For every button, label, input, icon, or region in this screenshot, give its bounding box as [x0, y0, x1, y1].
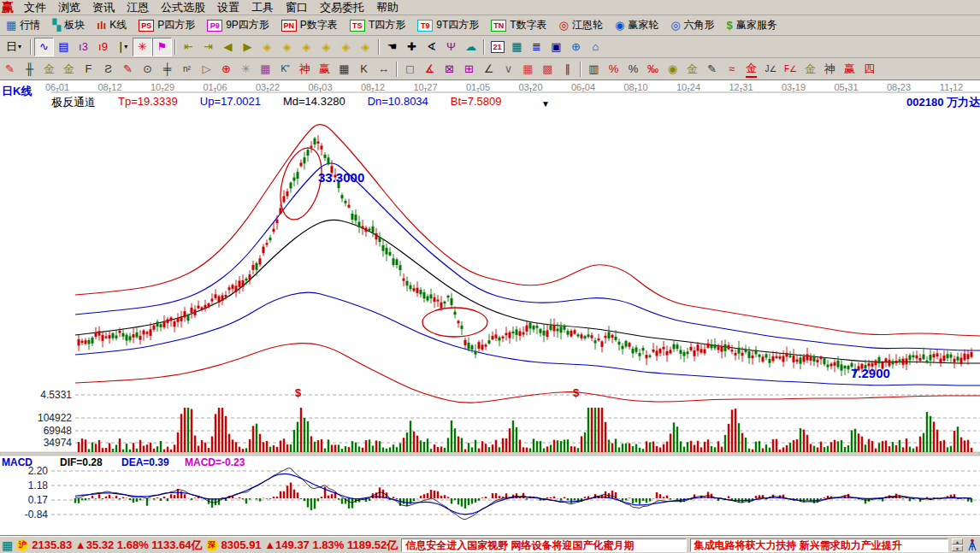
- circle-cross-tool[interactable]: ⊕: [216, 60, 236, 79]
- calendar-button[interactable]: 21: [487, 38, 507, 56]
- gold-lines-tool[interactable]: 金: [682, 60, 702, 79]
- prev-button[interactable]: ◀: [218, 38, 238, 56]
- menu-1[interactable]: 浏览: [52, 1, 86, 14]
- angle-measure-tool[interactable]: ∢: [422, 38, 441, 56]
- cloud-tool[interactable]: ☁: [461, 38, 481, 56]
- crosshair-tool[interactable]: ✚: [402, 38, 422, 56]
- percent-tool[interactable]: %: [623, 60, 643, 79]
- winner-wheel-button[interactable]: ◉赢家轮: [609, 18, 664, 32]
- ninep-square-button[interactable]: P99P四方形: [201, 18, 275, 32]
- box-handles-tool[interactable]: ◻: [400, 60, 420, 79]
- f-angle-tool[interactable]: F∠: [781, 60, 800, 79]
- angle-flag-tool[interactable]: ▷: [197, 60, 216, 79]
- go-first-button[interactable]: ⇤: [179, 38, 198, 56]
- si-angle-tool[interactable]: 四: [859, 60, 879, 79]
- menu-2[interactable]: 资讯: [86, 1, 121, 14]
- t-table-button[interactable]: TNT数字表: [485, 18, 552, 32]
- j-angle-tool[interactable]: J∠: [761, 60, 781, 79]
- zoom-h-button[interactable]: ◈: [297, 38, 316, 56]
- ticker-up-button[interactable]: ▲: [952, 538, 963, 544]
- zigzag-tool[interactable]: ∨: [499, 60, 518, 79]
- info-panel-button[interactable]: ▤: [54, 38, 74, 56]
- web-grid-tool[interactable]: ▦: [256, 60, 275, 79]
- calculator-button[interactable]: ▦: [507, 38, 527, 56]
- menu-9[interactable]: 帮助: [370, 1, 404, 14]
- wave-tool[interactable]: ≈: [722, 60, 741, 79]
- menu-3[interactable]: 江恩: [121, 1, 155, 14]
- shen-angle-tool[interactable]: 神: [820, 60, 840, 79]
- star-burst-tool[interactable]: ✳: [236, 60, 256, 79]
- quote-grid-icon[interactable]: ▦: [2, 538, 13, 552]
- period-day-dropdown[interactable]: 日▾: [0, 38, 27, 56]
- gann-wheel-button[interactable]: ◎江恩轮: [553, 18, 609, 32]
- gold-ruler2-tool[interactable]: 金: [59, 60, 79, 79]
- quotes-button[interactable]: ▦行情: [0, 18, 46, 32]
- blocks-button[interactable]: ▚板块: [46, 18, 91, 32]
- pen-bars-tool[interactable]: ✎: [702, 60, 722, 79]
- f-ruler-tool[interactable]: F: [79, 60, 98, 79]
- antenna-icon[interactable]: [966, 538, 978, 552]
- tick-ruler2-tool[interactable]: ╪: [157, 60, 177, 79]
- kline-button[interactable]: ılıK线: [91, 18, 133, 32]
- ying-tool[interactable]: 赢: [315, 60, 334, 79]
- gold-ruler1-tool[interactable]: 金: [39, 60, 59, 79]
- menu-7[interactable]: 窗口: [280, 1, 314, 14]
- pen-tool[interactable]: ✎: [0, 60, 20, 79]
- permille-tool[interactable]: ‰: [643, 60, 663, 79]
- notes-button[interactable]: ≣: [527, 38, 546, 56]
- shen-tool[interactable]: 神: [295, 60, 315, 79]
- menu-0[interactable]: 文件: [18, 1, 52, 14]
- grid-box-tool[interactable]: ▩: [538, 60, 558, 79]
- trend-channel-button[interactable]: ∿: [34, 38, 54, 56]
- menu-6[interactable]: 工具: [245, 1, 280, 14]
- bars9-button[interactable]: ı9: [93, 38, 113, 56]
- menu-8[interactable]: 交易委托: [314, 1, 370, 14]
- zoom-all-button[interactable]: ◈: [356, 38, 375, 56]
- go-last-button[interactable]: ⇥: [198, 38, 218, 56]
- gold-angle-tool[interactable]: 金: [800, 60, 820, 79]
- k-quote-tool[interactable]: K": [275, 60, 295, 79]
- k-mark-tool[interactable]: K: [354, 60, 374, 79]
- gold-circle-tool[interactable]: ◉: [663, 60, 682, 79]
- tick-ruler-tool[interactable]: ╫: [20, 60, 39, 79]
- grid123-tool[interactable]: ▦: [334, 60, 354, 79]
- gold-underline-tool[interactable]: 金: [741, 60, 761, 79]
- bars3-button[interactable]: ı3: [74, 38, 93, 56]
- gann-fan-tool[interactable]: ∡: [420, 60, 440, 79]
- order-button[interactable]: ⌂: [586, 38, 605, 56]
- next-button[interactable]: ▶: [238, 38, 257, 56]
- network-button[interactable]: ⊕: [566, 38, 586, 56]
- flag-marker-button[interactable]: ⚑: [152, 38, 172, 56]
- fan-box-tool[interactable]: ⊞: [459, 60, 479, 79]
- menu-5[interactable]: 设置: [211, 1, 245, 14]
- zoom-left-button[interactable]: ◈: [257, 38, 277, 56]
- ticker-down-button[interactable]: ▼: [952, 545, 963, 551]
- candle-style-dropdown[interactable]: ∣▾: [113, 38, 133, 56]
- gann-psi-tool[interactable]: Ψ: [441, 38, 461, 56]
- spiral-tool[interactable]: Ƨ: [98, 60, 118, 79]
- time-cycle-tool[interactable]: ⊙: [138, 60, 157, 79]
- zoom-right-button[interactable]: ◈: [277, 38, 297, 56]
- angle-lines-tool[interactable]: ∠: [479, 60, 499, 79]
- zoom-in-button[interactable]: ◈: [336, 38, 356, 56]
- zoom-out-button[interactable]: ◈: [316, 38, 336, 56]
- n2-ruler-tool[interactable]: n²: [177, 60, 197, 79]
- hand-tool[interactable]: ☚: [382, 38, 402, 56]
- p-square-button[interactable]: PSP四方形: [133, 18, 201, 32]
- chart-area[interactable]: 日K线 06-0108-1210-2901-0603-2206-0308-121…: [0, 80, 980, 535]
- width-measure-tool[interactable]: ↔: [374, 60, 393, 79]
- parallel-lines-tool[interactable]: ∥: [558, 60, 577, 79]
- percent-line-tool[interactable]: %: [604, 60, 623, 79]
- save-button[interactable]: ▣: [546, 38, 566, 56]
- ying-angle-tool[interactable]: 赢: [840, 60, 859, 79]
- winner-service-button[interactable]: $赢家服务: [721, 18, 783, 32]
- t-square-button[interactable]: TST四方形: [344, 18, 411, 32]
- ninet-square-button[interactable]: T99T四方形: [411, 18, 485, 32]
- marker-pen-tool[interactable]: ✎: [118, 60, 138, 79]
- scale-bars-tool[interactable]: ▥: [584, 60, 604, 79]
- p-table-button[interactable]: PNP数字表: [275, 18, 344, 32]
- gann-grid-button[interactable]: ✳: [133, 38, 152, 56]
- grid-dots-tool[interactable]: ▦: [518, 60, 538, 79]
- hexagon-button[interactable]: ◎六角形: [664, 18, 720, 32]
- gann-box-tool[interactable]: ⊠: [440, 60, 459, 79]
